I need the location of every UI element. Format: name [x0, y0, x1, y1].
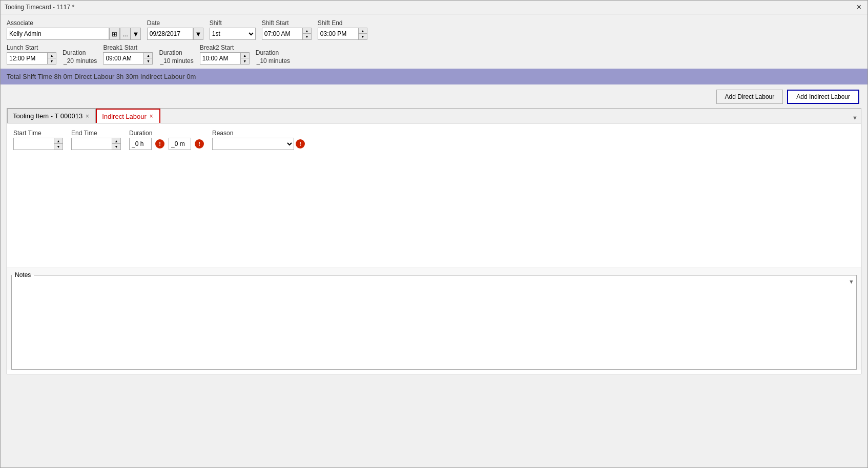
tab-panel-wrapper: Tooling Item - T 000013 × Indirect Labou…	[7, 108, 861, 374]
shift-end-input[interactable]	[318, 28, 359, 40]
shift-start-up-button[interactable]: ▲	[303, 28, 311, 34]
header-row-2: Lunch Start ▲ ▼ Duration _20 minutes Bre…	[7, 44, 861, 65]
panel-collapse-arrow[interactable]: ▼	[849, 113, 861, 123]
lunch-start-up-button[interactable]: ▲	[48, 53, 56, 58]
lunch-start-down-button[interactable]: ▼	[48, 58, 56, 64]
window-title: Tooling Timecard - 1117 *	[5, 4, 74, 11]
browse-icon: ⊞	[112, 30, 117, 38]
break2-duration-row: _10 minutes	[256, 57, 290, 65]
tab-tooling-item-close-button[interactable]: ×	[85, 113, 90, 120]
associate-label: Associate	[7, 19, 141, 27]
window-close-button[interactable]: ×	[855, 3, 863, 12]
break1-start-up-button[interactable]: ▲	[144, 53, 152, 58]
add-direct-labour-button[interactable]: Add Direct Labour	[716, 90, 783, 104]
date-group: Date ▼	[147, 19, 203, 40]
lunch-duration-value: _20 minutes	[64, 57, 97, 65]
il-minutes-input[interactable]	[169, 138, 191, 150]
date-dropdown-button[interactable]: ▼	[193, 28, 203, 40]
break1-start-group: Break1 Start ▲ ▼	[103, 44, 153, 65]
il-start-time-spin-btns: ▲ ▼	[54, 138, 63, 150]
content-area: Associate ⊞ ... ▼ Date	[1, 14, 867, 379]
tab-indirect-labour[interactable]: Indirect Labour ×	[96, 109, 160, 123]
break2-start-down-button[interactable]: ▼	[241, 58, 249, 64]
header-row-1: Associate ⊞ ... ▼ Date	[7, 19, 861, 40]
il-duration-fields: ! !	[129, 138, 204, 150]
associate-browse-button[interactable]: ⊞	[109, 28, 120, 40]
shift-end-label: Shift End	[318, 19, 367, 27]
break2-duration-group: Duration _10 minutes	[256, 49, 290, 65]
break2-start-input[interactable]	[200, 52, 241, 65]
notes-textarea[interactable]	[12, 286, 856, 368]
break1-start-down-button[interactable]: ▼	[144, 58, 152, 64]
shift-select[interactable]: 1st	[210, 28, 256, 40]
notes-section: Notes ▼	[7, 267, 861, 370]
break1-start-input[interactable]	[103, 52, 144, 65]
il-start-time-down-button[interactable]: ▼	[54, 144, 63, 150]
associate-input[interactable]	[7, 28, 109, 40]
ellipsis-icon: ...	[122, 30, 128, 38]
break2-start-spinner: ▲ ▼	[200, 52, 250, 65]
shift-start-label: Shift Start	[262, 19, 312, 27]
action-bar: Add Direct Labour Add Indirect Labour	[7, 90, 861, 104]
summary-bar: Total Shift Time 8h 0m Direct Labour 3h …	[1, 69, 867, 84]
il-start-time-up-button[interactable]: ▲	[54, 138, 63, 144]
shift-end-spin-btns: ▲ ▼	[359, 28, 367, 40]
notes-legend: Notes	[12, 271, 34, 279]
shift-label: Shift	[210, 19, 256, 27]
lunch-start-spin-btns: ▲ ▼	[48, 52, 56, 65]
indirect-labour-form: Start Time ▲ ▼ End Time	[13, 130, 855, 150]
title-bar: Tooling Timecard - 1117 * ×	[1, 1, 867, 14]
il-reason-info-icon[interactable]: !	[296, 139, 305, 148]
date-chevron-icon: ▼	[195, 30, 201, 38]
il-end-time-label: End Time	[71, 130, 121, 137]
tab-indirect-labour-label: Indirect Labour	[102, 113, 147, 120]
lunch-start-spinner: ▲ ▼	[7, 52, 56, 65]
shift-start-down-button[interactable]: ▼	[303, 34, 311, 39]
associate-dropdown-button[interactable]: ▼	[131, 28, 141, 40]
il-start-time-group: Start Time ▲ ▼	[13, 130, 63, 150]
break2-start-group: Break2 Start ▲ ▼	[200, 44, 250, 65]
lunch-start-label: Lunch Start	[7, 44, 56, 51]
break1-start-spin-btns: ▲ ▼	[144, 52, 153, 65]
shift-end-up-button[interactable]: ▲	[359, 28, 367, 34]
il-end-time-group: End Time ▲ ▼	[71, 130, 121, 150]
panel-content: Start Time ▲ ▼ End Time	[7, 123, 861, 267]
il-end-time-input[interactable]	[71, 138, 112, 150]
il-end-time-down-button[interactable]: ▼	[112, 144, 120, 150]
break2-duration-value: _10 minutes	[257, 57, 290, 65]
tab-tooling-item[interactable]: Tooling Item - T 000013 ×	[7, 109, 96, 123]
break1-start-spinner: ▲ ▼	[103, 52, 153, 65]
shift-start-input[interactable]	[262, 28, 303, 40]
il-reason-group: Reason !	[212, 130, 305, 150]
notes-collapse-icon[interactable]: ▼	[849, 279, 854, 285]
il-reason-select[interactable]	[212, 138, 294, 150]
date-field-row: ▼	[147, 28, 203, 40]
il-end-time-up-button[interactable]: ▲	[112, 138, 120, 144]
associate-group: Associate ⊞ ... ▼	[7, 19, 141, 40]
associate-ellipsis-button[interactable]: ...	[120, 28, 131, 40]
date-input[interactable]	[147, 28, 193, 40]
il-end-time-spin-btns: ▲ ▼	[112, 138, 121, 150]
tab-indirect-labour-close-button[interactable]: ×	[149, 113, 154, 120]
il-reason-row: !	[212, 138, 305, 150]
shift-group: Shift 1st	[210, 19, 256, 40]
summary-text: Total Shift Time 8h 0m Direct Labour 3h …	[7, 73, 196, 80]
il-hours-info-icon[interactable]: !	[155, 139, 164, 148]
associate-field-row: ⊞ ... ▼	[7, 28, 141, 40]
il-duration-group: Duration ! !	[129, 130, 204, 150]
add-indirect-labour-button[interactable]: Add Indirect Labour	[787, 90, 859, 104]
lunch-start-input[interactable]	[7, 52, 48, 65]
tab-tooling-item-label: Tooling Item - T 000013	[13, 112, 82, 120]
shift-end-down-button[interactable]: ▼	[359, 34, 367, 39]
break2-start-up-button[interactable]: ▲	[241, 53, 249, 58]
break2-start-spin-btns: ▲ ▼	[241, 52, 250, 65]
notes-fieldset: Notes ▼	[11, 271, 857, 370]
il-hours-input[interactable]	[129, 138, 152, 150]
il-start-time-input[interactable]	[13, 138, 54, 150]
break1-duration-row: _10 minutes	[159, 57, 193, 65]
tabs-row: Tooling Item - T 000013 × Indirect Labou…	[7, 109, 861, 123]
shift-start-spin-btns: ▲ ▼	[303, 28, 312, 40]
il-minutes-info-icon[interactable]: !	[195, 139, 204, 148]
lunch-duration-group: Duration _20 minutes	[63, 49, 97, 65]
break1-duration-value: _10 minutes	[160, 57, 193, 65]
